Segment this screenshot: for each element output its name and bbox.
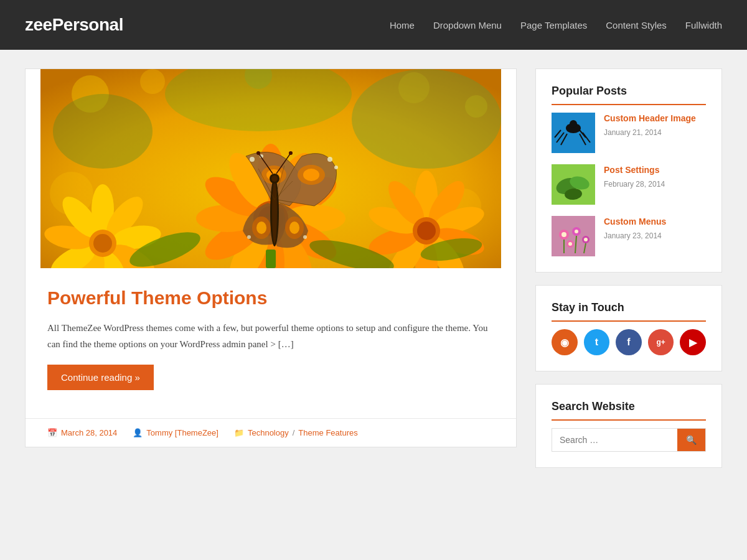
popular-post-3-title[interactable]: Custom Menus (604, 216, 666, 227)
continue-reading-button[interactable]: Continue reading » (47, 365, 154, 390)
nav-page-templates[interactable]: Page Templates (520, 20, 587, 30)
svg-point-69 (272, 181, 277, 243)
main-nav: Home Dropdown Menu Page Templates Conten… (390, 20, 722, 30)
svg-point-104 (568, 242, 572, 246)
svg-point-61 (334, 166, 338, 169)
post-date-link[interactable]: March 28, 2014 (61, 428, 117, 437)
popular-post-2: Post Settings February 28, 2014 (552, 164, 706, 205)
svg-point-73 (256, 151, 260, 155)
rss-social-button[interactable]: ◉ (552, 329, 578, 355)
googleplus-icon: g+ (656, 338, 665, 347)
search-button[interactable]: 🔍 (677, 429, 705, 451)
post-meta-author: 👤 Tommy [ThemeZee] (133, 428, 218, 437)
search-input[interactable] (552, 429, 677, 451)
svg-point-64 (247, 235, 251, 239)
stay-in-touch-widget: Stay in Touch ◉ t f g+ ▶ (535, 285, 722, 371)
post-body: Powerful Theme Options All ThemeZee Word… (26, 268, 516, 418)
nav-fullwidth[interactable]: Fullwidth (685, 20, 722, 30)
post-image-svg (26, 69, 516, 268)
site-content: Powerful Theme Options All ThemeZee Word… (12, 68, 735, 468)
nav-home[interactable]: Home (390, 20, 415, 30)
svg-point-75 (289, 151, 293, 155)
twitter-social-button[interactable]: t (584, 329, 610, 355)
svg-point-91 (570, 120, 577, 128)
svg-point-63 (256, 222, 266, 234)
facebook-icon: f (627, 337, 630, 348)
post-card: Powerful Theme Options All ThemeZee Word… (25, 68, 517, 447)
svg-point-60 (327, 157, 332, 162)
rss-icon: ◉ (560, 337, 569, 348)
svg-point-67 (303, 235, 307, 239)
stay-in-touch-title: Stay in Touch (552, 301, 706, 322)
facebook-social-button[interactable]: f (616, 329, 642, 355)
nav-content-styles[interactable]: Content Styles (606, 20, 667, 30)
svg-point-66 (289, 222, 299, 234)
svg-point-40 (93, 234, 112, 253)
search-widget: Search Website 🔍 (535, 384, 722, 468)
post-meta-categories: 📁 Technology / Theme Features (234, 428, 358, 437)
popular-posts-widget: Popular Posts (535, 68, 722, 273)
popular-post-2-thumb (552, 164, 595, 205)
site-header: zeePersonal Home Dropdown Menu Page Temp… (0, 0, 747, 50)
folder-icon: 📁 (234, 428, 244, 437)
popular-post-3-date: January 23, 2014 (604, 231, 662, 240)
sidebar: Popular Posts (535, 68, 722, 468)
social-icons-container: ◉ t f g+ ▶ (552, 329, 706, 355)
main-content: Powerful Theme Options All ThemeZee Word… (25, 68, 517, 468)
post-author-link[interactable]: Tommy [ThemeZee] (146, 428, 218, 437)
search-widget-title: Search Website (552, 400, 706, 421)
youtube-social-button[interactable]: ▶ (680, 329, 706, 355)
site-title: zeePersonal (25, 15, 123, 35)
popular-post-3-info: Custom Menus January 23, 2014 (604, 216, 666, 241)
category-separator: / (293, 428, 295, 437)
svg-point-102 (584, 238, 588, 241)
popular-post-1-thumb (552, 113, 595, 153)
post-featured-image (26, 69, 516, 268)
popular-posts-title: Popular Posts (552, 85, 706, 105)
post-excerpt: All ThemeZee WordPress themes come with … (47, 320, 494, 352)
popular-post-1-info: Custom Header Image January 21, 2014 (604, 113, 696, 138)
svg-point-9 (53, 94, 153, 169)
post-meta: 📅 March 28, 2014 👤 Tommy [ThemeZee] 📁 Te… (26, 418, 516, 447)
svg-point-100 (575, 230, 578, 233)
svg-point-2 (140, 69, 165, 94)
popular-post-1-date: January 21, 2014 (604, 128, 662, 137)
post-title: Powerful Theme Options (47, 287, 494, 309)
svg-point-71 (271, 175, 278, 182)
popular-post-2-info: Post Settings February 28, 2014 (604, 164, 665, 189)
svg-point-59 (303, 169, 319, 181)
popular-post-3: Custom Menus January 23, 2014 (552, 216, 706, 256)
search-icon: 🔍 (686, 435, 697, 445)
popular-post-3-thumb (552, 216, 595, 256)
svg-rect-96 (552, 216, 595, 256)
youtube-icon: ▶ (689, 337, 697, 348)
svg-point-8 (352, 69, 501, 169)
twitter-icon: t (595, 337, 598, 348)
popular-post-1-title[interactable]: Custom Header Image (604, 113, 696, 124)
post-category2-link[interactable]: Theme Features (298, 428, 357, 437)
svg-point-52 (417, 222, 436, 240)
svg-point-98 (561, 232, 566, 237)
googleplus-social-button[interactable]: g+ (648, 329, 674, 355)
nav-dropdown-menu[interactable]: Dropdown Menu (433, 20, 502, 30)
post-category1-link[interactable]: Technology (248, 428, 289, 437)
svg-rect-53 (266, 250, 276, 268)
search-form: 🔍 (552, 428, 706, 452)
post-meta-date: 📅 March 28, 2014 (47, 428, 117, 437)
popular-post-2-title[interactable]: Post Settings (604, 164, 665, 175)
popular-post-1: Custom Header Image January 21, 2014 (552, 113, 706, 153)
calendar-icon: 📅 (47, 428, 57, 437)
popular-post-2-date: February 28, 2014 (604, 180, 665, 189)
author-icon: 👤 (133, 428, 143, 437)
svg-point-56 (250, 157, 255, 162)
